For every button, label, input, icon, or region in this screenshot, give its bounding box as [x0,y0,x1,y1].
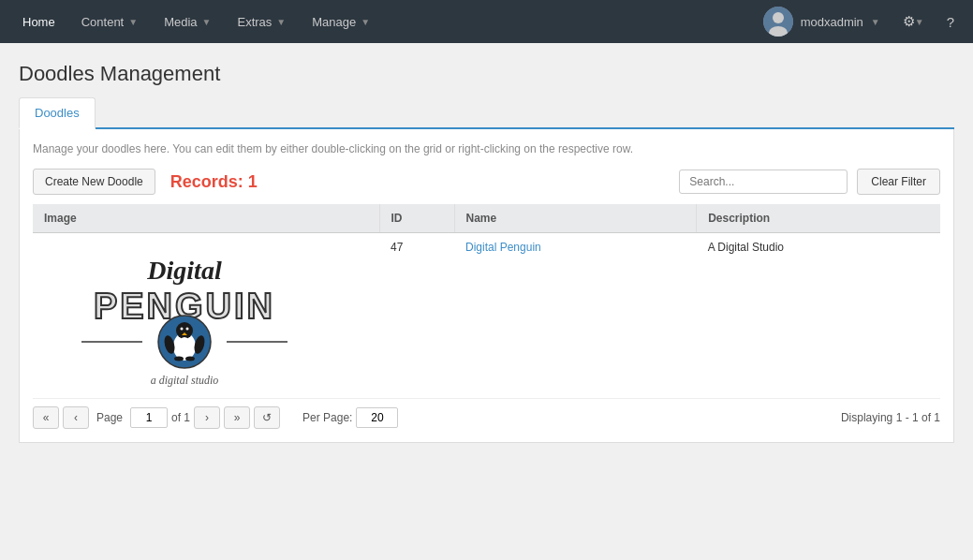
user-menu[interactable]: modxadmin ▼ [754,7,890,37]
column-header-name: Name [454,204,697,233]
nav-label-manage: Manage [312,15,356,29]
avatar [763,7,793,37]
chevron-down-icon: ▼ [915,17,924,27]
settings-button[interactable]: ⚙ ▼ [893,0,934,43]
refresh-button[interactable]: ↺ [254,406,280,429]
help-icon: ? [947,14,954,30]
nav-item-home[interactable]: Home [9,0,68,43]
chevron-down-icon: ▼ [202,17,212,27]
tab-doodles[interactable]: Doodles [19,97,96,129]
digital-penguin-svg: Digital PENGUIN PENGUIN [53,243,316,389]
cell-id: 47 [379,233,454,399]
doodle-image: Digital PENGUIN PENGUIN [44,241,325,391]
table-row[interactable]: Digital PENGUIN PENGUIN [33,233,940,399]
chevron-down-icon: ▼ [128,17,138,27]
doodles-grid: Image ID Name Description Digital [33,204,940,399]
next-page-button[interactable]: › [194,406,220,429]
chevron-down-icon: ▼ [276,17,286,27]
page-number-input[interactable] [130,407,168,428]
nav-label-media: Media [164,15,197,29]
svg-point-11 [178,337,191,356]
cell-image: Digital PENGUIN PENGUIN [33,233,379,399]
nav-item-media[interactable]: Media ▼ [151,0,224,43]
svg-point-15 [174,356,184,361]
column-header-description: Description [697,204,940,233]
username: modxadmin [801,15,863,29]
gear-icon: ⚙ [903,13,915,30]
chevron-down-icon: ▼ [361,17,370,27]
records-count: Records: 1 [170,172,258,192]
tab-doodles-label: Doodles [35,106,80,120]
first-page-button[interactable]: « [33,406,59,429]
tabs-bar: Doodles [19,97,954,129]
cell-description: A Digital Studio [697,233,940,399]
pagination-bar: « ‹ Page of 1 › » ↺ Per Page: Displaying… [33,399,940,429]
page-container: Doodles Management Doodles Manage your d… [0,43,973,560]
page-of-label: of 1 [171,411,190,424]
nav-label-extras: Extras [237,15,272,29]
nav-item-manage[interactable]: Manage ▼ [299,0,383,43]
search-input[interactable] [679,169,848,194]
svg-text:Digital: Digital [146,256,222,285]
displaying-text: Displaying 1 - 1 of 1 [841,411,940,424]
last-page-button[interactable]: » [224,406,250,429]
toolbar: Create New Doodle Records: 1 Clear Filte… [33,169,940,195]
top-navigation: Home Content ▼ Media ▼ Extras ▼ Manage ▼… [0,0,973,43]
column-header-image: Image [33,204,379,233]
grid-header-row: Image ID Name Description [33,204,940,233]
svg-point-12 [181,327,184,330]
nav-label-content: Content [81,15,125,29]
nav-label-home: Home [22,15,55,29]
svg-point-16 [185,356,195,361]
svg-point-1 [773,12,784,23]
prev-page-button[interactable]: ‹ [63,406,89,429]
nav-item-content[interactable]: Content ▼ [68,0,151,43]
column-header-id: ID [379,204,454,233]
page-title: Doodles Management [19,62,954,86]
create-new-doodle-button[interactable]: Create New Doodle [33,169,155,195]
help-button[interactable]: ? [937,0,964,43]
cell-name: Digital Penguin [454,233,697,399]
clear-filter-button[interactable]: Clear Filter [857,169,940,195]
per-page-label: Per Page: [302,411,352,424]
svg-text:a digital studio: a digital studio [151,374,219,387]
svg-point-10 [176,322,193,339]
page-label: Page [96,411,123,424]
chevron-down-icon: ▼ [871,17,880,27]
nav-item-extras[interactable]: Extras ▼ [224,0,299,43]
panel-content: Manage your doodles here. You can edit t… [19,129,954,443]
info-text: Manage your doodles here. You can edit t… [33,142,940,155]
per-page-input[interactable] [356,407,398,428]
svg-point-13 [186,327,189,330]
nav-right: modxadmin ▼ ⚙ ▼ ? [754,0,964,43]
